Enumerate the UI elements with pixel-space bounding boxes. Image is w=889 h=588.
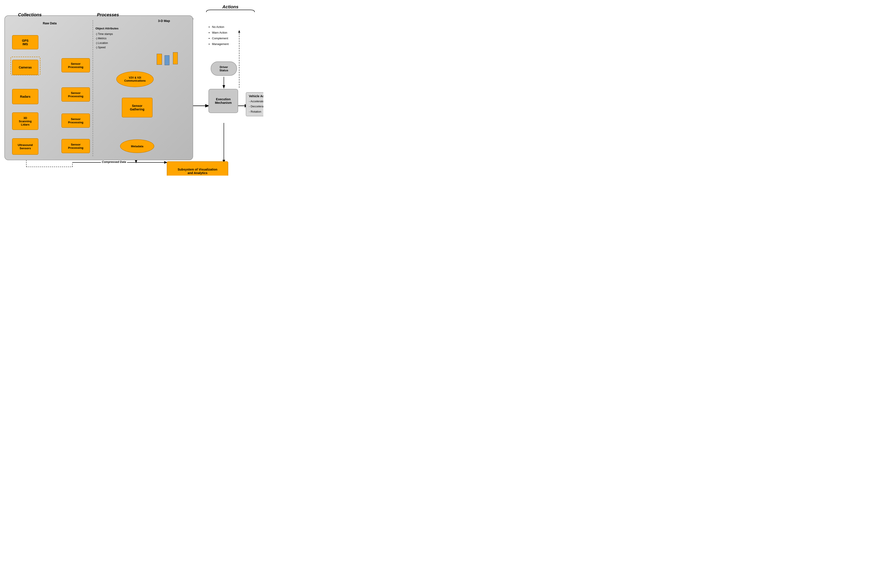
execution-mechanism-box: Execution Mechanism (208, 89, 238, 113)
sensor-processing-3: Sensor Processing (61, 114, 90, 128)
map-rect-3 (173, 52, 178, 64)
subsystem-box: Subsystem of Visualization and Analytics (167, 161, 228, 176)
processes-label: Processes (97, 12, 119, 17)
map-rect-2 (165, 55, 169, 65)
sensor-processing-2: Sensor Processing (61, 87, 90, 102)
radars-box: Radars (12, 89, 38, 104)
gps-ims-box: GPS IMS (12, 35, 38, 50)
metadata-ellipse: Metadata (120, 140, 154, 153)
map-rect-1 (157, 54, 162, 65)
actions-list: No Action Warn Action Complement Managem… (208, 24, 229, 47)
diagram-container: Collections Processes Actions Raw Data G… (4, 4, 259, 171)
lidars-box: 3D Scanning Lidars (12, 112, 38, 130)
sensor-processing-4: Sensor Processing (61, 139, 90, 153)
actions-label: Actions (206, 4, 255, 9)
v2v-v2i-ellipse: V2V & V2I Communications (116, 71, 154, 87)
raw-data-label: Raw Data (43, 21, 57, 25)
object-attributes: Object Attributes -) Time stamps -) Metr… (96, 26, 118, 50)
map-3d-label: 3-D Map (158, 19, 170, 22)
sensor-gathering-box: Sensor Gathering (122, 98, 153, 117)
sensor-processing-1: Sensor Processing (61, 58, 90, 72)
cameras-box: Cameras (12, 60, 38, 75)
collections-label: Collections (18, 12, 42, 17)
driver-status-box: Driver Status (211, 62, 237, 76)
compressed-data-label: Compressed Data (101, 160, 127, 164)
vehicle-actions-box: Vehicle Actions - Accelerate - Deccelera… (246, 92, 263, 116)
ultrasound-box: Ultrasound Sensors (12, 138, 38, 155)
